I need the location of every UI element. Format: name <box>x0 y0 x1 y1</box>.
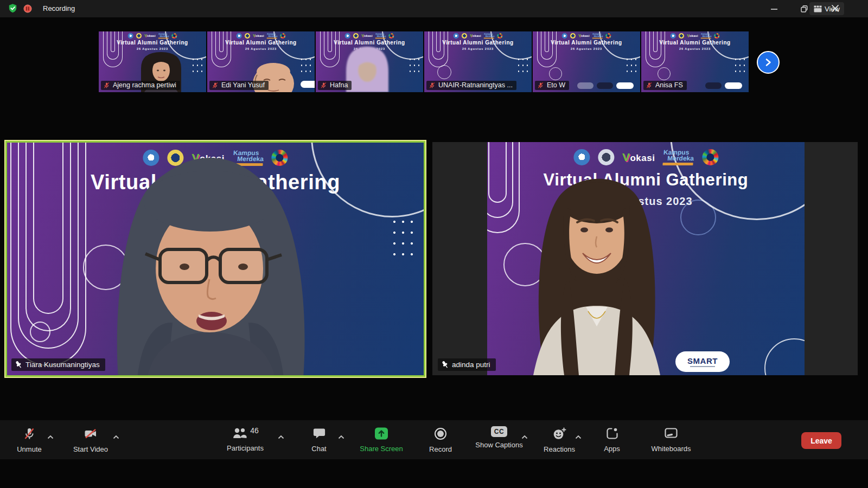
participant-name-tag: UNAIR-Ratnaningtyas ... <box>426 81 516 90</box>
kemdikbud-logo <box>671 33 676 38</box>
virtual-background: Vokasi Kampus Merdeka Virtual Alumni Gat… <box>487 142 805 375</box>
reactions-smiley-icon <box>552 426 567 441</box>
participants-icon <box>232 426 248 440</box>
apps-icon <box>605 426 620 441</box>
university-logo <box>462 33 467 38</box>
share-screen-icon <box>373 426 390 441</box>
zoom-meeting-window: Recording View <box>0 0 868 488</box>
recording-label: Recording <box>43 4 75 12</box>
video-options-chevron[interactable] <box>113 432 119 441</box>
record-icon <box>433 426 448 441</box>
participant-thumbnail[interactable]: Vokasi Kampus Merdeka Virtual Alumni Gat… <box>424 31 532 92</box>
vokasi-logo: Vokasi <box>687 34 698 38</box>
sdg-wheel-logo <box>605 33 611 38</box>
sdg-wheel-logo <box>497 33 502 38</box>
speaker-video[interactable]: Vokasi Kampus Merdeka Virtual Alumni Gat… <box>432 142 858 375</box>
kampus-merdeka-logo: Kampus Merdeka <box>592 33 603 38</box>
restore-icon <box>800 5 808 13</box>
virtual-background: Vokasi Kampus Merdeka Virtual Alumni Gat… <box>7 143 424 375</box>
speaker-video-avatar <box>487 142 756 375</box>
sponsor-badge <box>705 82 722 89</box>
video-off-icon <box>83 426 98 441</box>
event-logos: Vokasi Kampus Merdeka <box>671 33 720 38</box>
sponsor-badge <box>616 82 634 89</box>
participant-thumbnail[interactable]: Vokasi Kampus Merdeka Virtual Alumni Gat… <box>99 31 206 92</box>
sponsor-badge <box>577 82 593 89</box>
kampus-merdeka-logo: Kampus Merdeka <box>700 33 711 38</box>
record-button[interactable]: Record <box>408 426 473 453</box>
meeting-toolbar: Unmute Start Video 4 <box>0 420 868 459</box>
active-speaker-video[interactable]: Vokasi Kampus Merdeka Virtual Alumni Gat… <box>5 141 425 377</box>
minimize-button[interactable] <box>762 0 786 17</box>
participant-thumbnail[interactable]: Vokasi Kampus Merdeka Virtual Alumni Gat… <box>207 31 315 92</box>
kemdikbud-logo <box>454 33 459 38</box>
participant-name-tag: Eto W <box>535 81 569 90</box>
chevron-right-icon <box>764 58 773 67</box>
pin-icon <box>441 361 449 369</box>
minimize-icon <box>770 5 778 12</box>
kampus-merdeka-logo: Kampus Merdeka <box>483 33 494 38</box>
recording-indicator-icon[interactable] <box>23 4 32 13</box>
mic-muted-icon <box>22 426 37 441</box>
next-page-button[interactable] <box>757 51 780 74</box>
video-content: Vokasi Kampus Merdeka Virtual Alumni Gat… <box>487 142 805 375</box>
speaker-name-tag: Tiara Kusumaningtiyas <box>11 358 105 371</box>
mic-muted-icon <box>429 82 436 89</box>
mic-muted-icon <box>646 82 653 89</box>
whiteboards-button[interactable]: Whiteboards <box>639 426 704 453</box>
sponsor-badge <box>725 82 742 89</box>
mic-muted-icon <box>537 82 544 89</box>
mic-muted-icon <box>103 82 110 89</box>
close-button[interactable] <box>831 4 839 15</box>
whiteboard-icon <box>663 426 679 441</box>
view-grid-icon <box>814 5 822 12</box>
vokasi-logo: Vokasi <box>470 34 481 38</box>
participant-thumbnail[interactable]: Vokasi Kampus Merdeka Virtual Alumni Gat… <box>641 31 749 92</box>
sdg-wheel-logo <box>714 33 719 38</box>
sponsor-badge <box>597 82 613 89</box>
participants-button[interactable]: 46 Participants <box>213 426 278 452</box>
apps-button[interactable]: Apps <box>579 426 644 453</box>
security-shield-icon[interactable] <box>8 3 18 14</box>
mic-muted-icon <box>320 82 327 89</box>
participant-thumbnail[interactable]: Vokasi Kampus Merdeka Virtual Alumni Gat… <box>533 31 640 92</box>
participants-options-chevron[interactable] <box>278 432 284 441</box>
participant-name-tag: Ajeng rachma pertiwi <box>101 81 180 90</box>
chat-options-chevron[interactable] <box>338 432 344 441</box>
top-bar: Recording View <box>0 0 868 17</box>
unmute-options-chevron[interactable] <box>47 432 54 441</box>
participant-name-tag: Hafna <box>318 81 352 90</box>
cc-icon: CC <box>491 426 507 437</box>
participant-name-tag: Anisa FS <box>643 81 687 90</box>
participant-name-tag: Edi Yani Yusuf <box>209 81 269 90</box>
event-logos: Vokasi Kampus Merdeka <box>454 33 503 38</box>
share-screen-button[interactable]: Share Screen <box>349 426 414 453</box>
kemdikbud-logo <box>562 33 567 38</box>
speaker-video-avatar <box>56 143 360 375</box>
university-logo <box>679 33 684 38</box>
participant-thumbnail[interactable]: Vokasi Kampus Merdeka Virtual Alumni Gat… <box>316 31 423 92</box>
pin-icon <box>15 361 23 369</box>
chat-icon <box>312 426 327 441</box>
event-logos: Vokasi Kampus Merdeka <box>562 33 611 38</box>
leave-button[interactable]: Leave <box>801 432 841 449</box>
vokasi-logo: Vokasi <box>578 34 590 38</box>
mic-muted-icon <box>212 82 219 89</box>
close-icon <box>831 4 839 12</box>
participants-count: 46 <box>250 426 259 435</box>
university-logo <box>570 33 576 38</box>
speaker-name-tag: adinda putri <box>438 358 496 371</box>
